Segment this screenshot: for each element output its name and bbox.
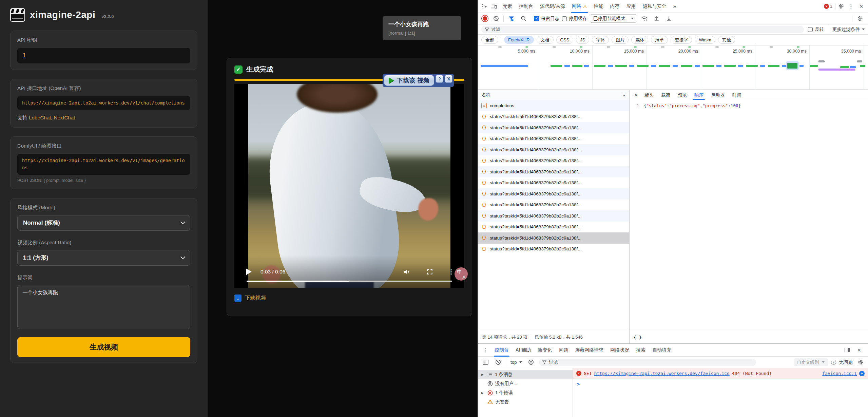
request-row[interactable]: {}status?taskId=5fd1d4068379b82b2c9a138f… bbox=[478, 155, 629, 167]
console-sidebar-item-0[interactable]: ▶1 条消息 bbox=[478, 370, 573, 379]
detail-tab-2[interactable]: 预览 bbox=[674, 90, 691, 100]
more-filters-button[interactable]: 更多过滤条件 bbox=[832, 26, 865, 33]
detail-tab-1[interactable]: 载荷 bbox=[657, 90, 674, 100]
devtools-tab-2[interactable]: 源代码/来源 bbox=[537, 0, 568, 13]
request-row[interactable]: {}status?taskId=5fd1d4068379b82b2c9a138f… bbox=[478, 244, 629, 255]
filter-chip-5[interactable]: 字体 bbox=[592, 36, 609, 44]
devtools-tab-3[interactable]: 网络⚠ bbox=[568, 0, 591, 13]
filter-chip-0[interactable]: 全部 bbox=[481, 36, 498, 44]
console-tab-5[interactable]: 网络状况 bbox=[607, 344, 633, 357]
request-row[interactable]: {}status?taskId=5fd1d4068379b82b2c9a138f… bbox=[478, 210, 629, 222]
console-sidebar-item-1[interactable]: 没有用户... bbox=[478, 379, 573, 388]
error-source-link[interactable]: favicon.ico:1 bbox=[822, 371, 857, 376]
request-row[interactable]: {}status?taskId=5fd1d4068379b82b2c9a138f… bbox=[478, 111, 629, 122]
console-error-row[interactable]: × GET https://ximagine-2api.to2ai.worker… bbox=[573, 368, 868, 379]
inspect-element-icon[interactable] bbox=[480, 2, 489, 11]
console-tab-6[interactable]: 搜索 bbox=[633, 344, 649, 357]
extension-badge-icon[interactable] bbox=[859, 371, 865, 376]
throttling-select[interactable]: 已停用节流模式 bbox=[590, 14, 637, 23]
devtools-tab-7[interactable]: 隐私与安全 bbox=[639, 0, 670, 13]
play-button[interactable] bbox=[246, 268, 252, 275]
no-issues-label[interactable]: 无问题 bbox=[839, 359, 853, 365]
devtools-menu-icon[interactable]: ⋮ bbox=[846, 2, 856, 11]
drawer-menu-icon[interactable]: ⋮ bbox=[479, 347, 491, 353]
info-icon[interactable]: i bbox=[831, 360, 836, 365]
filter-chip-6[interactable]: 图片 bbox=[612, 36, 629, 44]
invert-checkbox[interactable]: 反转 bbox=[808, 26, 824, 33]
error-url-link[interactable]: https://ximagine-2api.to2ai.workers.dev/… bbox=[594, 371, 729, 376]
detail-tab-5[interactable]: 时间 bbox=[729, 90, 745, 100]
lobechat-link[interactable]: LobeChat bbox=[29, 115, 51, 120]
nextchat-link[interactable]: NextChat bbox=[54, 115, 75, 120]
detail-tab-3[interactable]: 响应 bbox=[691, 90, 707, 100]
translate-badge[interactable]: 中 A bbox=[455, 267, 468, 281]
format-json-icon[interactable]: { } bbox=[634, 335, 641, 340]
download-video-link[interactable]: 下载视频 bbox=[245, 295, 266, 302]
request-row[interactable]: {}status?taskId=5fd1d4068379b82b2c9a138f… bbox=[478, 200, 629, 211]
live-expression-icon[interactable] bbox=[526, 358, 536, 367]
console-tab-3[interactable]: 问题 bbox=[555, 344, 572, 357]
console-sidebar-item-2[interactable]: ▶1 个错误 bbox=[478, 388, 573, 397]
video-menu-icon[interactable]: ⋮ bbox=[448, 268, 454, 276]
console-tab-1[interactable]: AI 辅助 bbox=[512, 344, 534, 357]
network-filter-icon[interactable] bbox=[506, 14, 516, 23]
request-row[interactable]: {}status?taskId=5fd1d4068379b82b2c9a138f… bbox=[478, 232, 629, 244]
filter-chip-10[interactable]: Wasm bbox=[695, 36, 715, 44]
console-context-select[interactable]: top bbox=[509, 360, 523, 365]
comfy-endpoint-url[interactable]: https://ximagine-2api.to2ai.workers.dev/… bbox=[17, 154, 190, 175]
device-toolbar-icon[interactable] bbox=[489, 2, 499, 11]
filter-chip-1[interactable]: Fetch/XHR bbox=[504, 36, 534, 44]
error-badge[interactable]: × 1 bbox=[824, 4, 832, 9]
console-tab-2[interactable]: 新变化 bbox=[534, 344, 555, 357]
export-har-icon[interactable] bbox=[664, 14, 674, 23]
devtools-tab-4[interactable]: 性能 bbox=[591, 0, 607, 13]
devtools-tab-5[interactable]: 内存 bbox=[607, 0, 623, 13]
detail-tab-0[interactable]: 标头 bbox=[641, 90, 657, 100]
filter-chip-3[interactable]: CSS bbox=[556, 36, 574, 44]
devtools-tab-0[interactable]: 元素 bbox=[499, 0, 516, 13]
response-json[interactable]: {"status":"processing","progress":100} bbox=[644, 103, 741, 331]
console-prompt[interactable]: > bbox=[573, 379, 868, 389]
console-filter-input[interactable] bbox=[549, 360, 752, 365]
api-key-input[interactable] bbox=[17, 48, 190, 63]
openai-endpoint-url[interactable]: https://ximagine-2api.to2ai.workers.dev/… bbox=[17, 96, 190, 110]
more-tabs-button[interactable]: » bbox=[670, 0, 680, 13]
network-conditions-icon[interactable] bbox=[640, 14, 649, 23]
preserve-log-checkbox[interactable]: ✓ 保留日志 bbox=[534, 16, 559, 22]
request-row[interactable]: {}status?taskId=5fd1d4068379b82b2c9a138f… bbox=[478, 188, 629, 200]
settings-gear-icon[interactable] bbox=[836, 2, 846, 11]
idm-download-button[interactable]: 下载该 视频 bbox=[384, 75, 434, 86]
console-tab-4[interactable]: 屏蔽网络请求 bbox=[572, 344, 607, 357]
download-icon[interactable]: ↓ bbox=[234, 295, 242, 302]
record-button[interactable] bbox=[483, 16, 487, 21]
console-settings-gear-icon[interactable] bbox=[856, 358, 865, 367]
network-filter-input[interactable] bbox=[491, 27, 801, 32]
devtools-tab-1[interactable]: 控制台 bbox=[516, 0, 537, 13]
request-row[interactable]: {}status?taskId=5fd1d4068379b82b2c9a138f… bbox=[478, 177, 629, 189]
log-level-select[interactable]: 自定义级别 bbox=[794, 358, 828, 366]
idm-help-button[interactable]: ? bbox=[436, 75, 443, 83]
aspect-select[interactable]: 1:1 (方形) bbox=[17, 250, 190, 266]
filter-chip-8[interactable]: 清单 bbox=[651, 36, 668, 44]
filter-chip-7[interactable]: 媒体 bbox=[631, 36, 648, 44]
filter-chip-4[interactable]: JS bbox=[576, 36, 589, 44]
network-settings-gear-icon[interactable] bbox=[855, 14, 865, 23]
console-sidebar-item-3[interactable]: 无警告 bbox=[478, 397, 573, 406]
dock-panel-icon[interactable] bbox=[842, 346, 852, 355]
request-row[interactable]: {}status?taskId=5fd1d4068379b82b2c9a138f… bbox=[478, 144, 629, 155]
idm-close-button[interactable]: X bbox=[445, 75, 452, 83]
close-drawer-icon[interactable]: × bbox=[854, 346, 864, 355]
console-sidebar-toggle-icon[interactable] bbox=[481, 358, 490, 367]
clear-network-icon[interactable] bbox=[491, 14, 501, 23]
detail-tab-4[interactable]: 启动器 bbox=[707, 90, 729, 100]
filter-chip-11[interactable]: 其他 bbox=[718, 36, 735, 44]
close-detail-icon[interactable]: × bbox=[631, 92, 641, 98]
mode-select[interactable]: Normal (标准) bbox=[17, 215, 190, 231]
disable-cache-checkbox[interactable]: 停用缓存 bbox=[562, 16, 587, 22]
devtools-tab-6[interactable]: 应用 bbox=[623, 0, 639, 13]
prompt-textarea[interactable] bbox=[17, 285, 190, 329]
console-tab-7[interactable]: 自动填充 bbox=[649, 344, 675, 357]
clear-console-icon[interactable] bbox=[493, 358, 503, 367]
network-overview-timeline[interactable]: 5,000 ms10,000 ms15,000 ms20,000 ms25,00… bbox=[478, 45, 868, 90]
network-search-icon[interactable] bbox=[519, 14, 528, 23]
